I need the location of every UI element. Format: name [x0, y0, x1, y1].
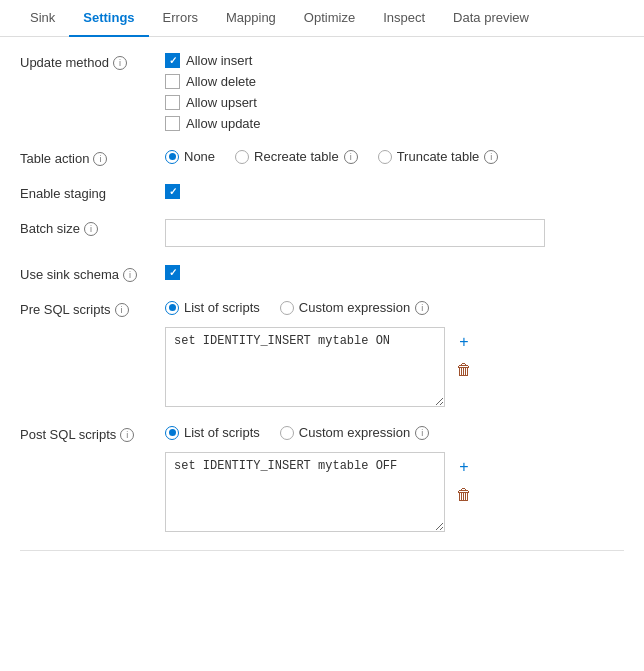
pre-sql-textarea[interactable]: set IDENTITY_INSERT mytable ON — [165, 327, 445, 407]
update-method-controls: Allow insert Allow delete Allow upsert A… — [165, 53, 624, 131]
table-action-truncate-label: Truncate table — [397, 149, 480, 164]
allow-insert-row: Allow insert — [165, 53, 624, 68]
table-action-info-icon[interactable]: i — [93, 152, 107, 166]
allow-delete-label: Allow delete — [186, 74, 256, 89]
update-method-row: Update method i Allow insert Allow delet… — [20, 53, 624, 131]
truncate-table-info-icon[interactable]: i — [484, 150, 498, 164]
post-sql-actions: + 🗑 — [453, 452, 475, 506]
post-sql-custom-radio[interactable] — [280, 426, 294, 440]
enable-staging-label: Enable staging — [20, 184, 165, 201]
tab-sink[interactable]: Sink — [16, 0, 69, 37]
table-action-recreate-label: Recreate table — [254, 149, 339, 164]
post-sql-scripts-label: Post SQL scripts i — [20, 425, 165, 442]
post-sql-radio-group: List of scripts Custom expression i — [165, 425, 624, 440]
table-action-recreate[interactable]: Recreate table i — [235, 149, 358, 164]
post-sql-textarea[interactable]: set IDENTITY_INSERT mytable OFF — [165, 452, 445, 532]
use-sink-schema-checkbox[interactable] — [165, 265, 180, 280]
post-sql-delete-button[interactable]: 🗑 — [453, 484, 475, 506]
table-action-radio-group: None Recreate table i Truncate table i — [165, 149, 624, 164]
table-action-row: Table action i None Recreate table i Tru… — [20, 149, 624, 166]
use-sink-schema-label: Use sink schema i — [20, 265, 165, 282]
post-sql-script-block: set IDENTITY_INSERT mytable OFF + 🗑 — [165, 452, 624, 532]
use-sink-schema-checkbox-row — [165, 265, 624, 280]
batch-size-row: Batch size i — [20, 219, 624, 247]
allow-update-row: Allow update — [165, 116, 624, 131]
tab-bar: Sink Settings Errors Mapping Optimize In… — [0, 0, 644, 37]
use-sink-schema-controls — [165, 265, 624, 280]
pre-sql-scripts-row: Pre SQL scripts i List of scripts Custom… — [20, 300, 624, 407]
enable-staging-controls — [165, 184, 624, 199]
update-method-info-icon[interactable]: i — [113, 56, 127, 70]
tab-mapping[interactable]: Mapping — [212, 0, 290, 37]
pre-sql-custom-info-icon[interactable]: i — [415, 301, 429, 315]
post-sql-custom-info-icon[interactable]: i — [415, 426, 429, 440]
update-method-label: Update method i — [20, 53, 165, 70]
pre-sql-scripts-controls: List of scripts Custom expression i set … — [165, 300, 624, 407]
post-sql-list-label: List of scripts — [184, 425, 260, 440]
table-action-none-radio[interactable] — [165, 150, 179, 164]
bottom-divider — [20, 550, 624, 551]
table-action-none[interactable]: None — [165, 149, 215, 164]
post-sql-list-radio[interactable] — [165, 426, 179, 440]
tab-data-preview[interactable]: Data preview — [439, 0, 543, 37]
enable-staging-row: Enable staging — [20, 184, 624, 201]
post-sql-custom-expression[interactable]: Custom expression i — [280, 425, 429, 440]
pre-sql-scripts-info-icon[interactable]: i — [115, 303, 129, 317]
use-sink-schema-info-icon[interactable]: i — [123, 268, 137, 282]
tab-optimize[interactable]: Optimize — [290, 0, 369, 37]
pre-sql-custom-label: Custom expression — [299, 300, 410, 315]
allow-insert-label: Allow insert — [186, 53, 252, 68]
pre-sql-actions: + 🗑 — [453, 327, 475, 381]
post-sql-list-of-scripts[interactable]: List of scripts — [165, 425, 260, 440]
enable-staging-checkbox[interactable] — [165, 184, 180, 199]
pre-sql-list-radio[interactable] — [165, 301, 179, 315]
pre-sql-list-of-scripts[interactable]: List of scripts — [165, 300, 260, 315]
batch-size-input[interactable] — [165, 219, 545, 247]
table-action-truncate-radio[interactable] — [378, 150, 392, 164]
table-action-controls: None Recreate table i Truncate table i — [165, 149, 624, 164]
pre-sql-add-button[interactable]: + — [453, 331, 475, 353]
allow-upsert-label: Allow upsert — [186, 95, 257, 110]
allow-delete-checkbox[interactable] — [165, 74, 180, 89]
pre-sql-delete-button[interactable]: 🗑 — [453, 359, 475, 381]
allow-update-label: Allow update — [186, 116, 260, 131]
table-action-none-label: None — [184, 149, 215, 164]
tab-inspect[interactable]: Inspect — [369, 0, 439, 37]
batch-size-label: Batch size i — [20, 219, 165, 236]
tab-settings[interactable]: Settings — [69, 0, 148, 37]
pre-sql-scripts-label: Pre SQL scripts i — [20, 300, 165, 317]
table-action-recreate-radio[interactable] — [235, 150, 249, 164]
pre-sql-radio-group: List of scripts Custom expression i — [165, 300, 624, 315]
pre-sql-custom-expression[interactable]: Custom expression i — [280, 300, 429, 315]
post-sql-custom-label: Custom expression — [299, 425, 410, 440]
allow-update-checkbox[interactable] — [165, 116, 180, 131]
pre-sql-custom-radio[interactable] — [280, 301, 294, 315]
enable-staging-checkbox-row — [165, 184, 624, 199]
batch-size-controls — [165, 219, 624, 247]
pre-sql-list-label: List of scripts — [184, 300, 260, 315]
table-action-truncate[interactable]: Truncate table i — [378, 149, 499, 164]
allow-insert-checkbox[interactable] — [165, 53, 180, 68]
recreate-table-info-icon[interactable]: i — [344, 150, 358, 164]
post-sql-add-button[interactable]: + — [453, 456, 475, 478]
batch-size-info-icon[interactable]: i — [84, 222, 98, 236]
allow-delete-row: Allow delete — [165, 74, 624, 89]
allow-upsert-checkbox[interactable] — [165, 95, 180, 110]
allow-upsert-row: Allow upsert — [165, 95, 624, 110]
settings-content: Update method i Allow insert Allow delet… — [0, 37, 644, 575]
use-sink-schema-row: Use sink schema i — [20, 265, 624, 282]
pre-sql-script-block: set IDENTITY_INSERT mytable ON + 🗑 — [165, 327, 624, 407]
tab-errors[interactable]: Errors — [149, 0, 212, 37]
table-action-label: Table action i — [20, 149, 165, 166]
post-sql-scripts-row: Post SQL scripts i List of scripts Custo… — [20, 425, 624, 532]
post-sql-scripts-controls: List of scripts Custom expression i set … — [165, 425, 624, 532]
post-sql-scripts-info-icon[interactable]: i — [120, 428, 134, 442]
